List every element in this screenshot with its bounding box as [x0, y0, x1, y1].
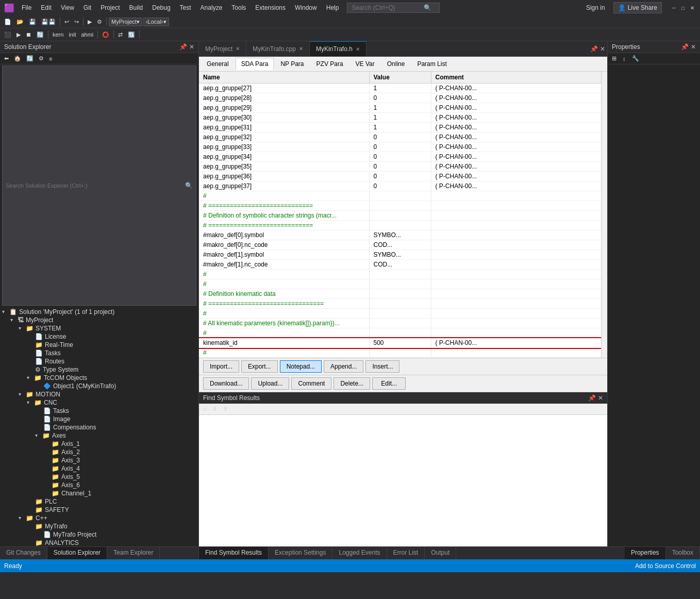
expand-arrow-icon[interactable]: ▾: [19, 325, 26, 331]
find-btn-2[interactable]: ⬇: [210, 405, 219, 413]
tree-item[interactable]: ▾🏗MyProject: [0, 316, 198, 324]
editor-pin-icon[interactable]: 📌: [590, 45, 598, 53]
sub-tab-param-list[interactable]: Param List: [411, 58, 452, 70]
tb2-3[interactable]: ⏹: [24, 30, 34, 39]
table-row[interactable]: aep.g_gruppe[35] 0 ( P-CHAN-00...: [199, 162, 601, 172]
tree-item[interactable]: 📁Axis_1: [0, 440, 198, 448]
menu-tools[interactable]: Tools: [227, 2, 250, 13]
close-button[interactable]: ✕: [689, 4, 696, 11]
tree-item[interactable]: ▾📁SYSTEM: [0, 324, 198, 332]
table-row[interactable]: aep.g_gruppe[31] 1 ( P-CHAN-00...: [199, 123, 601, 132]
sub-tab-np-para[interactable]: NP Para: [275, 58, 309, 70]
tab-team-explorer[interactable]: Team Explorer: [107, 547, 160, 559]
tree-item[interactable]: 📄Image: [0, 415, 198, 423]
expand-arrow-icon[interactable]: ▾: [2, 309, 9, 314]
live-share-button[interactable]: 👤 Live Share: [613, 2, 662, 13]
menu-project[interactable]: Project: [96, 2, 124, 13]
sub-tab-sda-para[interactable]: SDA Para: [236, 58, 274, 70]
table-row[interactable]: # Definition of symbolic character strin…: [199, 211, 601, 221]
table-row[interactable]: # ================================: [199, 299, 601, 309]
menu-edit[interactable]: Edit: [37, 2, 56, 13]
tab-logged-events[interactable]: Logged Events: [332, 547, 387, 559]
menu-window[interactable]: Window: [291, 2, 321, 13]
sub-tab-general[interactable]: General: [201, 58, 235, 70]
tree-item[interactable]: 📁SAFETY: [0, 506, 198, 514]
scrollbar[interactable]: [601, 72, 607, 358]
table-row[interactable]: #: [199, 328, 601, 338]
tab-git-changes[interactable]: Git Changes: [0, 547, 47, 559]
table-row[interactable]: #: [199, 279, 601, 289]
sub-tab-ve-var[interactable]: VE Var: [350, 58, 380, 70]
menu-build[interactable]: Build: [125, 2, 147, 13]
prop-wrench-icon[interactable]: 🔧: [630, 54, 641, 63]
tree-item[interactable]: 📁Axis_2: [0, 448, 198, 456]
tab-toolbox[interactable]: Toolbox: [666, 547, 700, 559]
table-row[interactable]: # Definition kinematic data: [199, 289, 601, 299]
tree-item[interactable]: 📁Axis_5: [0, 473, 198, 481]
table-scroll[interactable]: aep.g_gruppe[27] 1 ( P-CHAN-00... aep.g_…: [199, 84, 601, 358]
table-row[interactable]: aep.g_gruppe[27] 1 ( P-CHAN-00...: [199, 84, 601, 93]
tab-hfile[interactable]: MyKinTrafo.h ✕: [310, 41, 366, 56]
se-search-box[interactable]: 🔍: [2, 65, 196, 306]
tab-cppfile[interactable]: MyKinTrafo.cpp ✕: [246, 41, 310, 56]
button-comment[interactable]: Comment: [291, 377, 331, 390]
button-insert[interactable]: Insert...: [365, 360, 399, 373]
tree-item[interactable]: 📄Compensations: [0, 423, 198, 431]
toolbar-debug[interactable]: ⚙: [95, 18, 104, 26]
se-btn-3[interactable]: 🔄: [24, 54, 36, 63]
button-export[interactable]: Export...: [241, 360, 278, 373]
button-append[interactable]: Append...: [324, 360, 363, 373]
table-row[interactable]: aep.g_gruppe[28] 0 ( P-CHAN-00...: [199, 93, 601, 103]
toolbar-open[interactable]: 📂: [14, 18, 26, 26]
tree-item[interactable]: 📁Axis_6: [0, 481, 198, 489]
button-edit[interactable]: Edit...: [372, 377, 406, 390]
se-btn-1[interactable]: ⬅: [2, 54, 11, 63]
expand-arrow-icon[interactable]: ▾: [27, 375, 34, 380]
tb2-2[interactable]: ▶: [14, 30, 23, 39]
tab-h-close[interactable]: ✕: [356, 46, 360, 52]
tree-item[interactable]: 📄License: [0, 332, 198, 341]
table-row[interactable]: #: [199, 270, 601, 279]
expand-arrow-icon[interactable]: ▾: [10, 317, 18, 323]
props-pin-icon[interactable]: 📌: [681, 43, 689, 51]
table-row[interactable]: aep.g_gruppe[33] 0 ( P-CHAN-00...: [199, 142, 601, 152]
table-row[interactable]: #makro_def[0].symbol SYMBO...: [199, 230, 601, 240]
tree-item[interactable]: ▾📁TcCOM Objects: [0, 374, 198, 382]
find-pin-icon[interactable]: 📌: [588, 394, 596, 402]
se-btn-filter[interactable]: ≡: [47, 55, 54, 63]
tree-item[interactable]: 📄Tasks: [0, 407, 198, 415]
se-search-input[interactable]: [6, 182, 185, 189]
table-row[interactable]: #makro_def[1].symbol SYMBO...: [199, 250, 601, 260]
project-dropdown[interactable]: MyProject ▾: [109, 18, 142, 26]
tb2-refresh[interactable]: 🔃: [126, 30, 137, 39]
se-btn-settings[interactable]: ⚙: [37, 54, 46, 63]
tb2-arrow[interactable]: ⇄: [116, 30, 125, 39]
minimize-button[interactable]: ─: [670, 4, 677, 11]
tree-item[interactable]: 📄Routes: [0, 357, 198, 365]
tree-item[interactable]: 📄MyTrafo Project: [0, 530, 198, 539]
toolbar-new[interactable]: 📄: [2, 18, 13, 26]
toolbar-redo[interactable]: ↪: [72, 18, 81, 26]
prop-grid-icon[interactable]: ⊞: [610, 54, 619, 63]
tree-item[interactable]: ▾📁Axes: [0, 431, 198, 440]
expand-arrow-icon[interactable]: ▾: [19, 515, 26, 521]
button-import[interactable]: Import...: [203, 360, 239, 373]
tree-item[interactable]: 📁PLC: [0, 497, 198, 506]
tab-myproject[interactable]: MyProject ✕: [199, 41, 246, 56]
branch-dropdown[interactable]: ‹Local› ▾: [143, 18, 169, 26]
tree-item[interactable]: 🔷Object1 (CMyKinTrafo): [0, 382, 198, 390]
tab-output[interactable]: Output: [425, 547, 456, 559]
menu-file[interactable]: File: [18, 2, 36, 13]
button-upload[interactable]: Upload...: [251, 377, 289, 390]
tab-find-symbol-results[interactable]: Find Symbol Results: [199, 547, 269, 559]
tb2-ahmi[interactable]: ahmi: [79, 30, 95, 39]
menu-extensions[interactable]: Extensions: [251, 2, 290, 13]
tree-item[interactable]: 📁Channel_1: [0, 489, 198, 497]
find-btn-1[interactable]: ≡: [201, 405, 208, 413]
prop-sort-icon[interactable]: ↕: [621, 55, 628, 63]
menu-help[interactable]: Help: [322, 2, 343, 13]
tree-item[interactable]: 📁Axis_4: [0, 464, 198, 473]
tab-solution-explorer[interactable]: Solution Explorer: [47, 547, 107, 559]
find-btn-3[interactable]: ⬆: [221, 405, 230, 413]
sign-in-button[interactable]: Sign in: [582, 3, 609, 12]
